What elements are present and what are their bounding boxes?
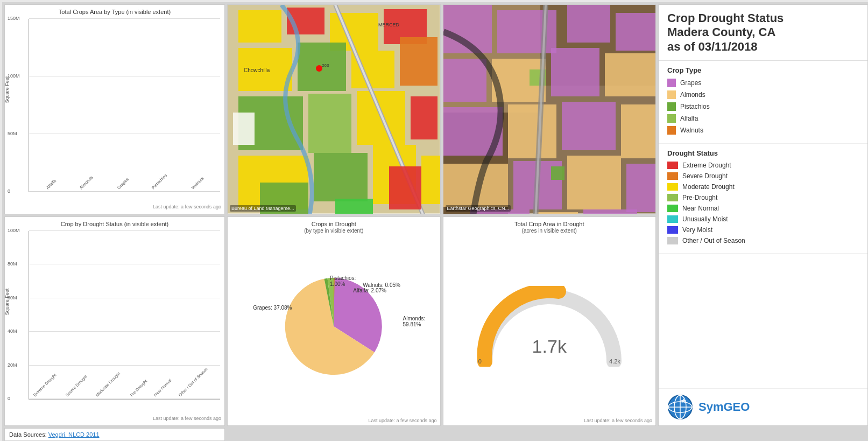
chart2-y-axis-title: Square Feet [4, 288, 10, 315]
symgeo-name: SymGEO [698, 400, 750, 414]
bar-near-normal: Near Normal [153, 392, 176, 399]
walnuts-label: Walnuts [680, 127, 703, 134]
map1-container: Chowchilla MERCED 263 Bureau of Land Man… [228, 5, 440, 214]
crop-type-legend: Crop Type Grapes Almonds Pistachios Alfa… [659, 61, 867, 144]
map2-attribution: Earthstar Geographics, CN... [446, 205, 511, 212]
bar-near-normal-label: Near Normal [153, 378, 172, 397]
legend-item-pre-drought: Pre-Drought [667, 194, 859, 201]
data-sources-link[interactable]: Vegdri, NLCD 2011 [48, 431, 100, 438]
crops-in-drought-chart: Crops in Drought (by type in visible ext… [227, 216, 441, 426]
severe-drought-label: Severe Drought [682, 172, 728, 180]
gauge-subtitle: (acres in visible extent) [443, 228, 656, 234]
bar-other: Other / Out of Season [178, 392, 217, 399]
pie-svg [280, 272, 387, 380]
map2-container: Earthstar Geographics, CN... [443, 5, 656, 214]
chart1-title: Total Crops Area by Type (in visible ext… [5, 5, 224, 16]
svg-text:263: 263 [322, 63, 329, 68]
svg-rect-34 [616, 13, 656, 51]
symgeo-logo [667, 394, 693, 420]
svg-rect-24 [335, 199, 373, 214]
symgeo-globe-icon [667, 394, 693, 420]
crop-type-map[interactable]: Chowchilla MERCED 263 Bureau of Land Man… [227, 4, 441, 214]
legend-item-other: Other / Out of Season [667, 237, 859, 244]
legend-item-alfalfa: Alfalfa [667, 114, 859, 123]
crop-type-legend-title: Crop Type [667, 66, 859, 74]
svg-rect-42 [621, 104, 656, 158]
legend-header: Crop Drought Status Madera County, CA as… [659, 5, 867, 61]
svg-rect-41 [562, 102, 616, 150]
svg-rect-10 [308, 94, 351, 153]
bar-almonds-label: Almonds [79, 175, 94, 190]
svg-rect-37 [551, 48, 599, 96]
bar-moderate-drought-label: Moderate Drought [95, 372, 121, 398]
total-crop-area-drought-gauge: Total Crop Area in Drought (acres in vis… [443, 216, 657, 426]
chart1-last-update: Last update: a few seconds ago [153, 204, 221, 209]
pistachios-swatch [667, 102, 676, 111]
svg-rect-12 [411, 96, 437, 139]
y-tick: 150M [8, 16, 20, 21]
legend-item-almonds: Almonds [667, 90, 859, 99]
legend-item-very-moist: Very Moist [667, 226, 859, 234]
alfalfa-swatch [667, 114, 676, 123]
chart1-bars: Alfalfa Almonds Grapes Pistachios [29, 19, 220, 192]
bar-walnuts-label: Walnuts [190, 176, 205, 191]
pie-last-update: Last update: a few seconds ago [368, 418, 436, 423]
y-tick: 0 [8, 396, 10, 401]
drought-status-legend-title: Drought Status [667, 149, 859, 157]
extreme-drought-label: Extreme Drought [682, 162, 731, 169]
y-tick: 40M [8, 328, 17, 334]
bar-walnuts: Walnuts [190, 184, 206, 192]
y-tick: 20M [8, 362, 17, 368]
legend-item-extreme-drought: Extreme Drought [667, 162, 859, 169]
svg-rect-49 [583, 209, 637, 214]
pie-subtitle: (by type in visible extent) [228, 228, 440, 234]
grapes-swatch [667, 79, 676, 87]
satellite-map[interactable]: Earthstar Geographics, CN... [443, 4, 657, 214]
svg-rect-40 [508, 104, 556, 158]
y-tick: 100M [8, 228, 20, 233]
crop-drought-status-chart: Crop by Drought Status (in visible exten… [4, 216, 225, 426]
legend-item-walnuts: Walnuts [667, 126, 859, 135]
svg-text:MERCED: MERCED [378, 22, 400, 27]
gauge-title: Total Crop Area in Drought [443, 217, 656, 228]
svg-rect-35 [443, 59, 486, 102]
bar-severe-drought: Severe Drought [65, 392, 93, 399]
bar-other-label: Other / Out of Season [178, 367, 209, 398]
map1-attribution: Bureau of Land Manageme... [230, 205, 296, 212]
svg-rect-16 [421, 156, 440, 204]
y-tick: 50M [8, 131, 17, 136]
chart2-title: Crop by Drought Status (in visible exten… [5, 217, 224, 228]
unusually-moist-swatch [667, 215, 678, 223]
gauge-max: 4.2k [609, 358, 620, 365]
chart1-y-axis-title: Square Feet [4, 76, 10, 103]
symgeo-footer: SymGEO [659, 388, 867, 425]
bar-alfalfa: Alfalfa [43, 184, 59, 192]
chart2-last-update: Last update: a few seconds ago [153, 416, 221, 421]
svg-rect-38 [605, 53, 656, 96]
severe-drought-swatch [667, 172, 678, 180]
near-normal-label: Near Normal [682, 205, 719, 212]
map1-svg: Chowchilla MERCED 263 [228, 5, 440, 214]
bar-moderate-drought: Moderate Drought [95, 392, 127, 399]
data-sources-label: Data Sources: [9, 431, 47, 438]
almonds-label: Almonds [680, 91, 705, 99]
pre-drought-label: Pre-Drought [682, 194, 717, 201]
bar-pistachios: Pistachios [151, 184, 170, 192]
svg-rect-25 [233, 113, 255, 145]
pie-label-almonds: Almonds:59.81% [403, 316, 426, 327]
extreme-drought-swatch [667, 162, 678, 169]
y-tick: 0 [8, 188, 10, 194]
gauge-wrapper: 1.7k 0 4.2k [474, 286, 625, 367]
unusually-moist-label: Unusually Moist [682, 215, 728, 223]
bar-grapes-label: Grapes [116, 177, 130, 190]
legend-item-grapes: Grapes [667, 79, 859, 87]
svg-rect-46 [626, 164, 656, 212]
moderate-drought-swatch [667, 183, 678, 191]
y-tick: 100M [8, 73, 20, 79]
gauge-last-update: Last update: a few seconds ago [584, 418, 652, 423]
svg-rect-45 [567, 156, 621, 209]
svg-rect-48 [535, 212, 578, 214]
svg-rect-50 [551, 166, 564, 180]
data-sources-bar: Data Sources: Vegdri, NLCD 2011 [4, 428, 225, 441]
svg-rect-33 [567, 5, 610, 43]
